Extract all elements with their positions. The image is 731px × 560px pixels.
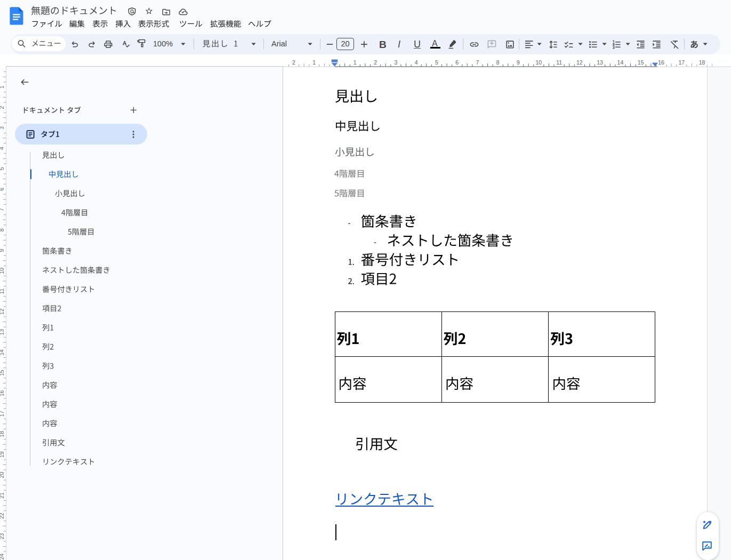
svg-text:14: 14 [0,349,5,356]
svg-text:11: 11 [556,59,562,66]
svg-text:15: 15 [0,370,5,376]
svg-text:3: 3 [394,59,397,66]
svg-text:9: 9 [517,59,520,66]
svg-text:12: 12 [576,59,583,66]
svg-text:6: 6 [455,59,459,66]
svg-text:19: 19 [0,451,5,458]
svg-text:23: 23 [0,533,5,539]
svg-text:6: 6 [0,188,5,191]
svg-text:2: 2 [0,106,5,109]
svg-text:14: 14 [617,59,624,66]
svg-text:9: 9 [0,249,5,252]
svg-text:1: 1 [312,59,316,66]
svg-text:18: 18 [699,59,705,66]
svg-text:4: 4 [415,59,418,66]
svg-text:7: 7 [476,59,479,66]
svg-text:11: 11 [0,288,5,294]
svg-text:16: 16 [658,59,664,66]
svg-text:8: 8 [0,228,5,231]
svg-text:5: 5 [0,167,5,170]
svg-text:5: 5 [435,59,438,66]
svg-text:7: 7 [0,208,5,211]
svg-text:22: 22 [0,513,5,519]
svg-text:13: 13 [597,59,603,66]
svg-text:1: 1 [0,85,5,89]
svg-text:16: 16 [0,390,5,396]
svg-text:17: 17 [678,59,685,66]
svg-text:13: 13 [0,329,5,335]
svg-text:15: 15 [638,59,644,66]
svg-text:2: 2 [292,59,295,66]
svg-text:10: 10 [535,59,542,66]
svg-text:8: 8 [496,59,500,66]
svg-text:1: 1 [354,59,357,66]
svg-text:18: 18 [0,431,5,437]
svg-text:20: 20 [0,472,5,478]
svg-text:2: 2 [374,59,377,66]
svg-text:3: 3 [0,126,5,130]
svg-text:10: 10 [0,268,5,274]
svg-text:17: 17 [0,411,5,417]
svg-text:24: 24 [0,554,5,560]
svg-text:21: 21 [0,492,5,499]
svg-text:4: 4 [0,147,5,150]
svg-text:12: 12 [0,308,5,315]
